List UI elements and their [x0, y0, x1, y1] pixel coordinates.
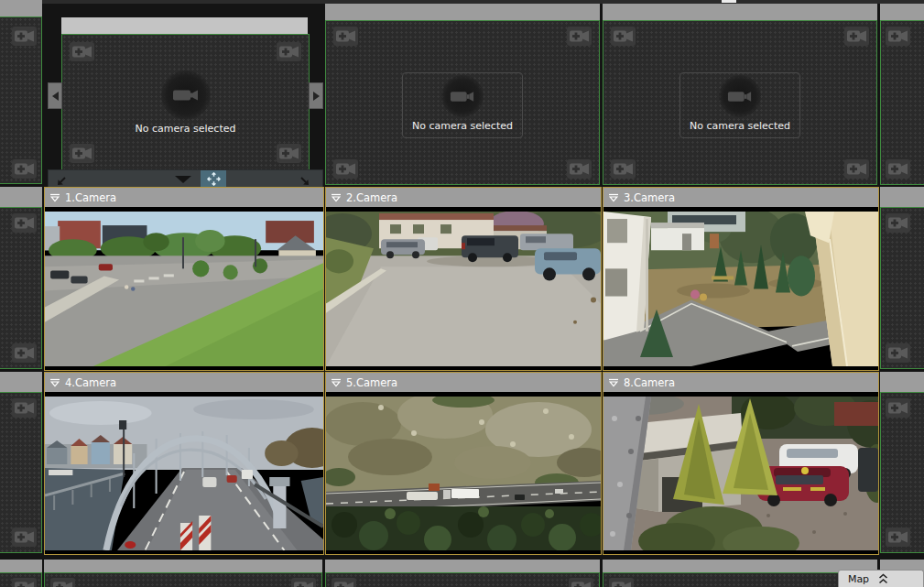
add-camera-icon[interactable]: [611, 27, 636, 46]
camera-label: 1.Camera: [65, 191, 116, 204]
tile-header[interactable]: [0, 560, 42, 572]
camera-tile-header[interactable]: 2.Camera: [326, 188, 601, 207]
scroll-left-button[interactable]: [48, 82, 62, 109]
selected-tile-toolbar: [48, 169, 323, 188]
add-camera-icon[interactable]: [567, 159, 592, 179]
add-camera-icon[interactable]: [886, 527, 910, 547]
tile-header[interactable]: [44, 560, 322, 572]
add-camera-icon[interactable]: [12, 343, 37, 363]
tile-header[interactable]: [880, 372, 924, 392]
add-camera-icon[interactable]: [291, 578, 316, 587]
tile-body[interactable]: [0, 572, 42, 587]
add-camera-icon[interactable]: [886, 343, 910, 363]
resize-bottom-left-handle[interactable]: [56, 173, 67, 184]
tile-body[interactable]: [603, 572, 877, 587]
camera-feed-5: [326, 392, 601, 554]
tile-body[interactable]: [44, 572, 322, 587]
camera-dropdown-button[interactable]: [175, 176, 191, 183]
camera-tile-8[interactable]: 8.Camera: [603, 372, 879, 555]
tile-header[interactable]: [880, 187, 924, 207]
camera-indicator-icon[interactable]: [49, 378, 60, 387]
tile-body[interactable]: [880, 207, 924, 369]
add-camera-icon[interactable]: [332, 578, 356, 587]
view-tile-bottom-clipped[interactable]: [44, 557, 322, 587]
tile-body[interactable]: No camera selected: [325, 20, 600, 185]
add-camera-icon[interactable]: [567, 27, 592, 46]
add-camera-icon[interactable]: [333, 159, 358, 179]
tile-header[interactable]: [603, 560, 877, 572]
view-tile-left-clipped[interactable]: [0, 187, 42, 369]
camera-feed-2: [326, 207, 601, 370]
camera-tile-header[interactable]: 5.Camera: [326, 373, 601, 392]
view-tile-left-clipped[interactable]: [0, 0, 42, 185]
add-camera-icon[interactable]: [12, 398, 37, 418]
scroll-right-button[interactable]: [309, 82, 323, 109]
view-tile-bottom-clipped[interactable]: [0, 557, 42, 587]
add-camera-icon[interactable]: [333, 27, 358, 46]
move-handle[interactable]: [201, 170, 226, 187]
camera-indicator-icon[interactable]: [608, 193, 619, 202]
camera-tile-header[interactable]: 1.Camera: [45, 188, 323, 207]
tile-body[interactable]: No camera selected: [603, 20, 877, 185]
view-tile-right-clipped[interactable]: [880, 187, 924, 369]
tile-body[interactable]: [325, 572, 600, 587]
camera-tile-3[interactable]: 3.Camera: [603, 187, 879, 371]
add-camera-icon[interactable]: [569, 578, 593, 587]
camera-indicator-icon[interactable]: [331, 193, 342, 202]
tile-body[interactable]: [880, 20, 924, 185]
add-camera-icon[interactable]: [886, 398, 910, 418]
view-tile-empty-2[interactable]: No camera selected: [603, 0, 877, 185]
no-camera-text: No camera selected: [136, 123, 236, 135]
resize-bottom-right-handle[interactable]: [299, 173, 310, 184]
add-camera-icon[interactable]: [12, 213, 37, 233]
view-tile-left-clipped[interactable]: [0, 372, 42, 553]
view-tile-right-clipped[interactable]: [880, 372, 924, 553]
add-camera-icon[interactable]: [50, 578, 75, 587]
add-camera-icon[interactable]: [886, 213, 910, 233]
camera-tile-2[interactable]: 2.Camera: [325, 187, 602, 371]
add-camera-icon[interactable]: [886, 27, 910, 46]
tile-header[interactable]: [880, 4, 924, 20]
camera-label: 8.Camera: [624, 376, 675, 389]
tile-body[interactable]: [0, 16, 42, 184]
add-camera-icon[interactable]: [844, 159, 869, 179]
dropdown-icon: [175, 176, 191, 183]
scrollbar-thumb[interactable]: [722, 0, 736, 3]
selected-tile-body[interactable]: No camera selected: [61, 34, 310, 171]
camera-tile-4[interactable]: 4.Camera: [44, 372, 324, 555]
no-camera-placeholder: No camera selected: [679, 72, 800, 138]
camera-indicator-icon[interactable]: [49, 193, 60, 202]
tile-header[interactable]: [325, 4, 600, 20]
add-camera-icon[interactable]: [844, 27, 869, 46]
camera-tile-header[interactable]: 4.Camera: [45, 373, 323, 392]
view-tile-bottom-clipped[interactable]: [325, 557, 600, 587]
camera-tile-5[interactable]: 5.Camera: [325, 372, 602, 555]
add-camera-icon[interactable]: [886, 159, 910, 179]
add-camera-icon[interactable]: [12, 27, 37, 46]
view-tile-right-clipped[interactable]: [880, 0, 924, 185]
add-camera-icon[interactable]: [12, 527, 37, 547]
camera-indicator-icon[interactable]: [331, 378, 342, 387]
tile-body[interactable]: [880, 392, 924, 553]
tile-header[interactable]: [0, 0, 42, 16]
add-camera-icon[interactable]: [609, 578, 634, 587]
camera-indicator-icon[interactable]: [608, 378, 619, 387]
view-tile-empty-1[interactable]: No camera selected: [325, 0, 600, 185]
view-tile-selected[interactable]: No camera selected: [44, 0, 322, 187]
camera-tile-header[interactable]: 3.Camera: [603, 188, 878, 207]
add-camera-icon[interactable]: [611, 159, 636, 179]
selected-tile-header[interactable]: [61, 17, 308, 34]
tile-header[interactable]: [325, 560, 600, 572]
move-icon: [207, 172, 221, 186]
tile-header[interactable]: [603, 4, 877, 20]
add-camera-icon[interactable]: [12, 578, 37, 587]
add-camera-icon[interactable]: [12, 159, 37, 179]
camera-tile-1[interactable]: 1.Camera: [44, 187, 324, 371]
map-expand-button[interactable]: Map: [838, 570, 924, 587]
camera-tile-header[interactable]: 8.Camera: [603, 373, 878, 392]
tile-header[interactable]: [0, 372, 42, 392]
tile-body[interactable]: [0, 207, 42, 369]
tile-header[interactable]: [0, 187, 42, 207]
tile-body[interactable]: [0, 392, 42, 553]
view-tile-bottom-clipped[interactable]: [603, 557, 877, 587]
